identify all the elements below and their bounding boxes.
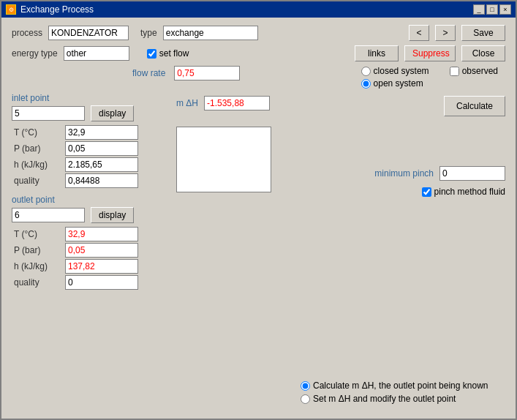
outlet-display-button[interactable]: display <box>91 207 134 223</box>
outlet-temp-input[interactable] <box>65 227 138 241</box>
outlet-quality-input[interactable] <box>65 275 138 290</box>
min-pinch-label: minimum pinch <box>374 168 434 179</box>
suppress-button[interactable]: Suppress <box>404 45 456 61</box>
mdh-input[interactable] <box>204 96 270 110</box>
type-input[interactable] <box>163 26 258 40</box>
outlet-pressure-input[interactable] <box>65 243 138 258</box>
calc-option1-radio[interactable] <box>301 381 310 391</box>
inlet-enthalpy-input[interactable] <box>65 157 138 172</box>
inlet-temp-input[interactable] <box>65 125 138 140</box>
calculate-button[interactable]: Calculate <box>444 96 505 116</box>
nav-next-button[interactable]: > <box>435 25 456 41</box>
outlet-enthalpy-input[interactable] <box>65 259 138 274</box>
closed-system-radio[interactable] <box>361 67 371 76</box>
window-icon: ⚙ <box>6 4 16 15</box>
outlet-point-input[interactable] <box>12 208 85 222</box>
closed-system-label: closed system <box>374 66 429 76</box>
energy-type-label: energy type <box>12 48 58 59</box>
minimize-button[interactable]: _ <box>473 4 485 15</box>
outlet-section-label: outlet point <box>12 195 169 205</box>
mdh-label: m ΔH <box>176 98 198 108</box>
calc-option1-label: Calculate m ΔH, the outlet point being k… <box>313 380 488 391</box>
close-button[interactable]: Close <box>461 45 505 61</box>
table-row: h (kJ/kg) <box>12 258 143 274</box>
table-row: P (bar) <box>12 140 143 157</box>
pinch-method-label: pinch method fluid <box>434 187 505 197</box>
table-row: quality <box>12 173 143 189</box>
process-label: process <box>12 28 42 38</box>
calc-option2-radio[interactable] <box>301 394 310 404</box>
energy-type-input[interactable] <box>64 46 129 61</box>
min-pinch-input[interactable] <box>439 166 505 181</box>
inlet-display-button[interactable]: display <box>91 105 134 121</box>
table-row: h (kJ/kg) <box>12 157 143 173</box>
table-row: quality <box>12 274 143 290</box>
save-button[interactable]: Save <box>461 25 505 41</box>
calc-option2-label: Set m ΔH and modify the outlet point <box>313 394 456 404</box>
process-input[interactable] <box>48 26 129 40</box>
links-button[interactable]: links <box>355 45 399 61</box>
inlet-section-label: inlet point <box>12 93 169 103</box>
set-flow-checkbox[interactable] <box>147 49 156 59</box>
observed-checkbox[interactable] <box>450 67 459 76</box>
table-row: P (bar) <box>12 242 143 258</box>
title-bar: ⚙ Exchange Process _ □ × <box>1 1 516 18</box>
table-row: T (°C) <box>12 226 143 242</box>
maximize-button[interactable]: □ <box>486 4 498 15</box>
set-flow-label: set flow <box>159 48 189 59</box>
nav-prev-button[interactable]: < <box>409 25 429 41</box>
close-window-button[interactable]: × <box>499 4 511 15</box>
inlet-point-input[interactable] <box>12 106 85 121</box>
inlet-quality-input[interactable] <box>65 173 138 188</box>
pinch-method-checkbox[interactable] <box>422 187 431 197</box>
table-row: T (°C) <box>12 124 143 140</box>
open-system-radio[interactable] <box>361 79 371 89</box>
observed-label: observed <box>462 66 498 76</box>
type-label: type <box>140 28 157 38</box>
flow-rate-input[interactable] <box>174 66 240 80</box>
flow-rate-label: flow rate <box>132 68 165 78</box>
main-window: ⚙ Exchange Process _ □ × process type < … <box>0 0 517 420</box>
window-title: Exchange Process <box>20 4 94 15</box>
open-system-label: open system <box>374 78 423 89</box>
inlet-pressure-input[interactable] <box>65 141 138 156</box>
fluid-display-box <box>176 127 271 192</box>
